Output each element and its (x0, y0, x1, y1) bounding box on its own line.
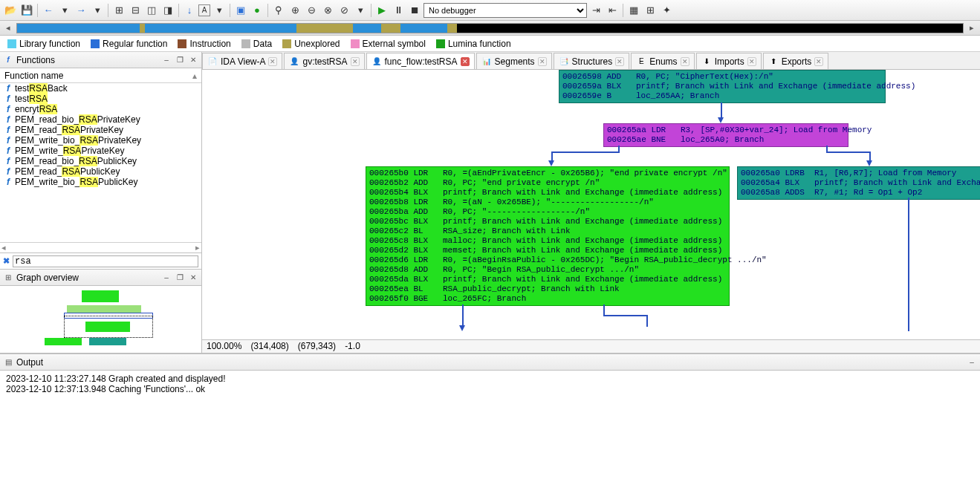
tab-close-icon[interactable]: ✕ (461, 57, 470, 66)
nav-left-icon[interactable]: ◂ (3, 23, 13, 33)
minimize-icon[interactable]: – (161, 273, 172, 283)
tab[interactable]: EEnums✕ (631, 53, 694, 69)
tool-icon[interactable]: ⇥ (588, 3, 603, 18)
play-icon[interactable]: ▶ (374, 3, 389, 18)
function-row[interactable]: fPEM_write_bio_RSAPrivateKey (0, 135, 201, 146)
tab[interactable]: ⬆Exports✕ (763, 53, 829, 69)
tool-icon[interactable]: ⚲ (271, 3, 286, 18)
tool-icon[interactable]: ◨ (160, 3, 175, 18)
fwd-icon[interactable]: → (74, 3, 88, 18)
navigation-strip[interactable] (16, 23, 964, 33)
tab[interactable]: 👤func_flow:testRSA✕ (366, 53, 475, 69)
overview-canvas[interactable] (0, 286, 201, 353)
text-tool-icon[interactable]: A (198, 4, 210, 16)
function-row[interactable]: ftestRSABack (0, 83, 201, 94)
graph-node[interactable]: 00026598 ADD R0, PC; "CipherText(Hex):/n… (559, 70, 886, 103)
scroll-right-icon[interactable]: ▸ (195, 243, 200, 252)
minimize-icon[interactable]: – (161, 55, 172, 65)
restore-icon[interactable]: ❐ (175, 55, 185, 65)
function-name: PEM_read_bio_RSAPublicKey (15, 156, 137, 166)
tab-close-icon[interactable]: ✕ (681, 57, 689, 66)
function-row[interactable]: fPEM_read_bio_RSAPrivateKey (0, 114, 201, 125)
function-row[interactable]: fPEM_read_RSAPublicKey (0, 166, 201, 177)
function-list-header[interactable]: Function name ▴ (0, 68, 201, 83)
circle-icon[interactable]: ● (250, 3, 265, 18)
scroll-left-icon[interactable]: ◂ (1, 243, 6, 252)
output-header: ▤ Output – (0, 354, 980, 371)
dropdown-icon[interactable]: ▾ (90, 3, 105, 18)
separator (267, 4, 268, 17)
tool-icon[interactable]: ✦ (659, 3, 674, 18)
tab-label: IDA View-A (221, 56, 265, 67)
scroll-icon[interactable]: ▴ (192, 71, 197, 81)
restore-icon[interactable]: ❐ (175, 273, 185, 283)
function-row[interactable]: fPEM_read_bio_RSAPublicKey (0, 156, 201, 166)
tab-close-icon[interactable]: ✕ (615, 57, 624, 66)
tool-icon[interactable]: ⊞ (643, 3, 658, 18)
output-line: 2023-12-10 12:37:13.948 Caching 'Functio… (6, 384, 974, 394)
tool-icon[interactable]: ⊕ (288, 3, 302, 18)
tool-icon[interactable]: ⊟ (128, 3, 143, 18)
tab[interactable]: 👤gv:testRSA✕ (284, 53, 364, 69)
tab-label: Structures (572, 56, 613, 67)
function-list[interactable]: ftestRSABackftestRSAfencrytRSAfPEM_read_… (0, 83, 201, 242)
tool-icon[interactable]: ⇤ (605, 3, 620, 18)
pause-icon[interactable]: ⏸ (391, 3, 406, 18)
tab-close-icon[interactable]: ✕ (268, 57, 277, 66)
tab[interactable]: 📊Segments✕ (476, 53, 552, 69)
function-row[interactable]: fencrytRSA (0, 104, 201, 114)
close-icon[interactable]: ✕ (188, 55, 198, 65)
dropdown-icon[interactable]: ▾ (212, 3, 227, 18)
legend-item: Lumina function (436, 39, 511, 49)
tab[interactable]: 📑Structures✕ (554, 53, 630, 69)
legend-swatch (351, 39, 360, 48)
main-toolbar: 📂 💾 ← ▾ → ▾ ⊞ ⊟ ◫ ◨ ↓ A ▾ ▣ ● ⚲ ⊕ ⊖ ⊗ ⊘ … (0, 0, 980, 21)
tool-icon[interactable]: ▦ (626, 3, 641, 18)
separator (371, 4, 371, 17)
tab[interactable]: ⬇Imports✕ (696, 53, 762, 69)
legend-swatch (7, 39, 16, 48)
save-icon[interactable]: 💾 (19, 3, 34, 18)
tool-icon[interactable]: ⊞ (111, 3, 126, 18)
debugger-select[interactable]: No debugger (424, 3, 587, 18)
tab-close-icon[interactable]: ✕ (351, 57, 360, 66)
open-icon[interactable]: 📂 (3, 3, 18, 18)
down-arrow-icon[interactable]: ↓ (182, 3, 197, 18)
tab[interactable]: 📄IDA View-A✕ (202, 53, 282, 69)
tool-icon[interactable]: ⊖ (304, 3, 319, 18)
graph-node[interactable]: 000265aa LDR R3, [SP,#0X30+var_24]; Load… (603, 123, 848, 147)
function-row[interactable]: fPEM_read_RSAPrivateKey (0, 125, 201, 135)
tab-close-icon[interactable]: ✕ (538, 57, 547, 66)
function-name: PEM_write_bio_RSAPrivateKey (15, 135, 141, 146)
tab-icon: ⬇ (701, 56, 712, 67)
separator (108, 4, 108, 17)
tab-close-icon[interactable]: ✕ (814, 57, 823, 66)
close-icon[interactable]: ✕ (188, 273, 198, 283)
tool-icon[interactable]: ⊘ (337, 3, 351, 18)
output-body[interactable]: 2023-12-10 11:23:27.148 Graph created an… (0, 371, 980, 479)
tab-label: Segments (495, 56, 535, 67)
dropdown-icon[interactable]: ▾ (353, 3, 368, 18)
separator (178, 4, 179, 17)
tool-icon[interactable]: ◫ (144, 3, 159, 18)
function-row[interactable]: fPEM_write_bio_RSAPublicKey (0, 177, 201, 187)
nav-right-icon[interactable]: ▸ (967, 23, 977, 33)
minimize-icon[interactable]: – (967, 357, 977, 368)
separator (623, 4, 623, 17)
graph-node[interactable]: 000265a0 LDRB R1, [R6,R7]; Load from Mem… (737, 166, 980, 200)
graph-view[interactable]: 00026598 ADD R0, PC; "CipherText(Hex):/n… (202, 70, 980, 339)
clear-filter-icon[interactable]: ✖ (3, 256, 10, 266)
tool-icon[interactable]: ⊗ (320, 3, 335, 18)
stop-icon[interactable]: ⏹ (407, 3, 422, 18)
dropdown-icon[interactable]: ▾ (57, 3, 72, 18)
function-icon: f (3, 135, 13, 146)
graph-node[interactable]: 000265b0 LDR R0, =(aEndPrivateEncr - 0x2… (366, 166, 730, 306)
function-row[interactable]: fPEM_write_RSAPrivateKey (0, 146, 201, 156)
legend-label: Unexplored (294, 39, 340, 49)
tab-close-icon[interactable]: ✕ (747, 57, 756, 66)
square-icon[interactable]: ▣ (233, 3, 248, 18)
legend-label: Data (253, 39, 272, 49)
filter-input[interactable] (13, 255, 198, 267)
back-icon[interactable]: ← (41, 3, 56, 18)
function-row[interactable]: ftestRSA (0, 94, 201, 104)
